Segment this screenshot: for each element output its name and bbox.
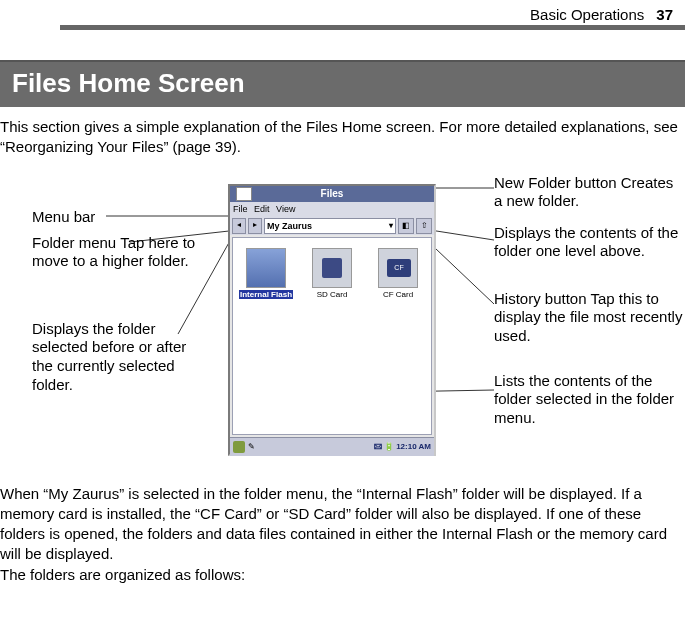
nav-forward-button[interactable]: ▸ (248, 218, 262, 234)
folder-cf-card[interactable]: CF CF Card (371, 248, 425, 299)
callout-history: History button Tap this to display the f… (494, 290, 684, 346)
callout-prevnext-label: Displays the folder selected before or a… (32, 320, 186, 393)
cf-icon: CF (378, 248, 418, 288)
body-paragraph-2: The folders are organized as follows: (0, 565, 685, 585)
callout-up-level-label: Displays the contents of the folder one … (494, 224, 678, 260)
files-app-screenshot: Files File Edit View ◂ ▸ My Zaurus ◧ ⇧ I… (228, 184, 436, 456)
callout-contents: Lists the contents of the folder selecte… (494, 372, 679, 428)
intro-paragraph: This section gives a simple explanation … (0, 117, 685, 158)
folder-label: CF Card (383, 290, 413, 299)
body-paragraph-1: When “My Zaurus” is selected in the fold… (0, 484, 685, 565)
header-ruler (60, 25, 685, 30)
folder-sd-card[interactable]: SD Card (305, 248, 359, 299)
task-indicator-icon: ✎ (248, 442, 255, 451)
menu-view[interactable]: View (276, 204, 295, 214)
path-toolbar: ◂ ▸ My Zaurus ◧ ⇧ (230, 217, 434, 235)
callout-contents-label: Lists the contents of the folder selecte… (494, 372, 674, 427)
callout-history-head: History button (494, 290, 587, 307)
app-menubar[interactable]: File Edit View (230, 202, 434, 217)
page-header: Basic Operations 37 (0, 0, 685, 25)
home-icon[interactable] (233, 441, 245, 453)
callout-menubar-label: Menu bar (32, 208, 95, 225)
up-one-level-button[interactable]: ⇧ (416, 218, 432, 234)
new-folder-button[interactable] (236, 187, 252, 201)
status-icon: 🖂 🔋 (374, 442, 396, 451)
header-page-number: 37 (656, 6, 673, 23)
taskbar-clock: 12:10 AM (396, 442, 431, 451)
sd-icon (312, 248, 352, 288)
callout-up-level: Displays the contents of the folder one … (494, 224, 679, 262)
callout-newfolder: New Folder button Creates a new folder. (494, 174, 679, 212)
callout-menubar: Menu bar (32, 208, 95, 227)
callout-newfolder-head: New Folder button (494, 174, 617, 191)
folder-label: SD Card (317, 290, 348, 299)
app-titlebar: Files (230, 186, 434, 202)
chip-icon (246, 248, 286, 288)
annotated-screenshot: Menu bar Folder menu Tap here to move to… (0, 172, 685, 472)
callout-folder-menu: Folder menu Tap here to move to a higher… (32, 234, 202, 272)
svg-line-4 (430, 230, 494, 240)
header-section: Basic Operations (530, 6, 644, 23)
folder-label: Internal Flash (239, 290, 293, 299)
app-title: Files (321, 188, 344, 199)
page-title: Files Home Screen (0, 60, 685, 107)
history-button[interactable]: ◧ (398, 218, 414, 234)
taskbar: ✎ 🖂 🔋 12:10 AM (230, 437, 434, 456)
nav-back-button[interactable]: ◂ (232, 218, 246, 234)
callout-folder-menu-head: Folder menu (32, 234, 116, 251)
folder-internal-flash[interactable]: Internal Flash (239, 248, 293, 299)
folder-contents-area: Internal Flash SD Card CF CF Card (232, 237, 432, 435)
menu-file[interactable]: File (233, 204, 248, 214)
menu-edit[interactable]: Edit (254, 204, 270, 214)
folder-dropdown[interactable]: My Zaurus (264, 218, 396, 234)
callout-prevnext: Displays the folder selected before or a… (32, 320, 207, 395)
